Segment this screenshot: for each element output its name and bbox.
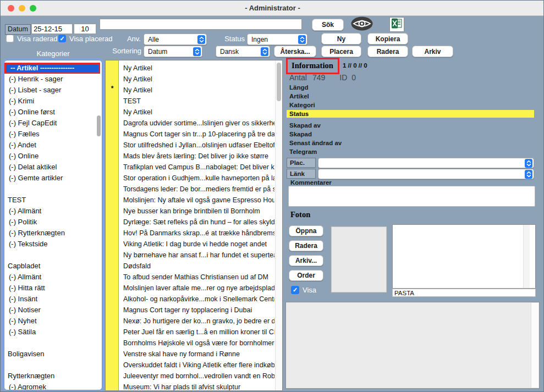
- category-item[interactable]: (-) Politik: [4, 217, 102, 228]
- sortering-dropdown[interactable]: Datum: [144, 46, 202, 57]
- pasta-input[interactable]: [392, 289, 536, 297]
- selection-counter: 1 // 0 // 0: [343, 62, 367, 69]
- category-item[interactable]: (-) Insänt: [4, 294, 102, 305]
- article-row[interactable]: Ny Artikel: [123, 74, 274, 85]
- category-item[interactable]: (-) Henrik - sager: [4, 74, 102, 85]
- article-row[interactable]: Trafikplan ved Campus B...nabolaget: Det…: [123, 162, 274, 173]
- article-list-scrollbar-thumb[interactable]: [277, 63, 281, 101]
- article-rows: Ny ArtikelNy ArtikelNy ArtikelTESTNy Art…: [123, 63, 274, 391]
- sok-button[interactable]: Sök: [312, 19, 344, 31]
- category-item[interactable]: (-) Gemte artikler: [4, 173, 102, 184]
- arkiv-button[interactable]: Arkiv: [412, 46, 453, 57]
- category-item[interactable]: (-) Hitta rätt: [4, 283, 102, 294]
- status-label: Status: [223, 35, 245, 43]
- category-item[interactable]: (-) Nyhet: [4, 316, 102, 327]
- anv-label: Anv.: [124, 35, 141, 43]
- antal-id-row: Antal 749 ID 0: [289, 73, 356, 82]
- photo-list-scrollbar[interactable]: [523, 225, 530, 288]
- kopiera-button[interactable]: Kopiera: [367, 33, 408, 45]
- article-row[interactable]: Dyrlæge: Sæt refleks på din hund – for a…: [123, 217, 274, 228]
- category-item[interactable]: (-) Andet: [4, 140, 102, 151]
- category-item[interactable]: (-) Krimi: [4, 96, 102, 107]
- plac-dropdown[interactable]: [318, 158, 534, 168]
- category-item[interactable]: (-) Online først: [4, 107, 102, 118]
- information-tab[interactable]: Information: [286, 58, 339, 74]
- article-text-pane[interactable]: [285, 302, 540, 389]
- category-list-scrollbar[interactable]: [97, 115, 101, 136]
- article-list-scrollbar[interactable]: [275, 60, 282, 390]
- category-item[interactable]: (-) Rytterknægten: [4, 228, 102, 239]
- category-group-header: TEST: [4, 195, 102, 206]
- status-dropdown[interactable]: Ingen: [247, 34, 307, 45]
- info-field-label: Skapad av: [289, 121, 342, 130]
- search-input[interactable]: [100, 19, 302, 30]
- article-row[interactable]: Bornholms Højskole vil også være for bor…: [123, 338, 274, 349]
- article-row[interactable]: Molslinjen laver aftale me...rer og nye …: [123, 283, 274, 294]
- article-row[interactable]: Venstre skal have ny formand i Rønne: [123, 349, 274, 360]
- anv-dropdown[interactable]: Alle: [144, 34, 207, 45]
- article-row[interactable]: Ny børnehave har ansat f...i har fundet …: [123, 250, 274, 261]
- article-row[interactable]: Ny Artikel: [123, 63, 274, 74]
- article-row[interactable]: Museum: Vi har plads til afvist skulptur: [123, 382, 274, 391]
- photo-list-box[interactable]: [392, 224, 536, 289]
- article-row[interactable]: Overskuddet faldt i Viking Atletik efter…: [123, 360, 274, 371]
- ny-button[interactable]: Ny: [321, 33, 361, 45]
- article-row[interactable]: Viking Atletik: I dag burde vi hedde nog…: [123, 239, 274, 250]
- category-item[interactable]: (-) Sätila: [4, 327, 102, 338]
- category-item[interactable]: (-) Fælles: [4, 129, 102, 140]
- window-title: - Administrator -: [1, 4, 544, 12]
- article-row[interactable]: Nye busser kan bringe brintbilen til Bor…: [123, 206, 274, 217]
- article-row[interactable]: Dagrofa udvider sortime...lslinjen giver…: [123, 118, 274, 129]
- visa-checkbox[interactable]: ✓: [291, 286, 299, 294]
- language-dropdown[interactable]: Dansk: [216, 46, 270, 57]
- article-row[interactable]: Mads blev årets lærling: Det bliver jo i…: [123, 151, 274, 162]
- article-text-scrollbar[interactable]: [531, 303, 538, 388]
- article-row[interactable]: Ny Artikel: [123, 85, 274, 96]
- chevron-up-down-icon: [298, 35, 306, 44]
- article-row[interactable]: Peter Juel får en særlig t...å en millio…: [123, 327, 274, 338]
- category-item[interactable]: (-) Agromek: [4, 382, 102, 390]
- photo-öppna-button[interactable]: Öppna: [289, 225, 323, 236]
- article-row[interactable]: Nexø: Jo hurtigere der ko...n gravko, jo…: [123, 316, 274, 327]
- category-item[interactable]: (-) Fejl CapEdit: [4, 118, 102, 129]
- article-row[interactable]: Torsdagens leder: De bor...mediers fremt…: [123, 184, 274, 195]
- article-row[interactable]: Alkohol- og narkopåvirke...mok i Snellem…: [123, 294, 274, 305]
- category-item[interactable]: (-) Lisbet - sager: [4, 85, 102, 96]
- article-row[interactable]: Hov! På Danmarks skrap...é at trække hån…: [123, 228, 274, 239]
- chevron-up-down-icon: [525, 159, 532, 168]
- category-item[interactable]: (-) Allmänt: [4, 206, 102, 217]
- article-row[interactable]: Magnus Cort tager sin tr...p 10-placerin…: [123, 129, 274, 140]
- photo-order-button[interactable]: Order: [289, 270, 323, 281]
- article-row[interactable]: Magnus Cort tager ny topplacering i Duba…: [123, 305, 274, 316]
- excel-export-button[interactable]: [389, 17, 404, 32]
- article-row[interactable]: Dødsfald: [123, 261, 274, 272]
- category-item-selected[interactable]: -- Artikel ---------------: [4, 63, 100, 74]
- category-item[interactable]: (-) Notiser: [4, 305, 102, 316]
- radera-button[interactable]: Radera: [367, 46, 408, 57]
- count-input[interactable]: [74, 24, 96, 34]
- category-item[interactable]: (-) Tekstside: [4, 239, 102, 250]
- category-item[interactable]: (-) Delat aktikel: [4, 162, 102, 173]
- eye-icon: [351, 16, 373, 33]
- article-row[interactable]: To afbud sender Mathias Christiansen ud …: [123, 272, 274, 283]
- preview-eye-button[interactable]: [351, 17, 373, 32]
- category-item[interactable]: (-) Online: [4, 151, 102, 162]
- article-row[interactable]: Stor utilfredshed i Jyllan...olslinjen u…: [123, 140, 274, 151]
- article-row[interactable]: Molslinjen: Ny aftale vil også gavne Esp…: [123, 195, 274, 206]
- photo-radera-button[interactable]: Radera: [289, 240, 323, 251]
- article-row[interactable]: Stor operation i Gudhjem...kulle havnepo…: [123, 173, 274, 184]
- article-row[interactable]: TEST: [123, 96, 274, 107]
- datum-input[interactable]: [31, 24, 73, 34]
- article-row[interactable]: Juleeventyr med bornhol...vedrollen vand…: [123, 371, 274, 382]
- category-item[interactable]: (-) Allmänt: [4, 272, 102, 283]
- visa-placerad-checkbox[interactable]: ✓: [58, 35, 66, 42]
- info-field-label: Artikel: [289, 92, 315, 101]
- article-row[interactable]: Ny Artikel: [123, 107, 274, 118]
- kommentarer-textarea[interactable]: [288, 186, 535, 207]
- lank-dropdown[interactable]: [318, 169, 534, 179]
- photo-arkiv-button[interactable]: Arkiv...: [289, 255, 323, 266]
- placera-button[interactable]: Placera: [321, 46, 361, 57]
- info-field-label: Längd: [289, 83, 315, 92]
- aterska-button[interactable]: Återska...: [274, 46, 316, 57]
- visa-raderad-checkbox[interactable]: [6, 35, 14, 42]
